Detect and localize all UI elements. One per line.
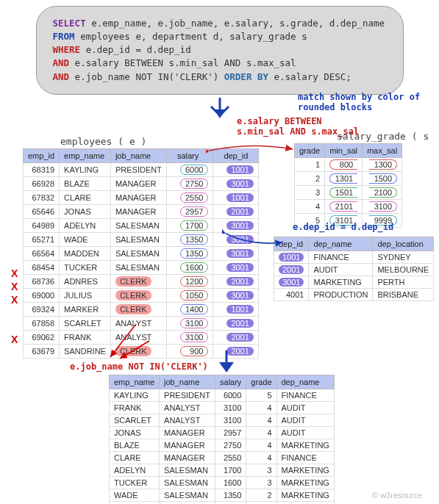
employees-title: employees ( e ) (60, 136, 146, 147)
notin-note: e.job_name NOT IN('CLERK') (70, 361, 208, 372)
table-row: CLAREMANAGER25504FINANCE (110, 452, 335, 464)
table-row: MADDENSALESMAN13502MARKETING (110, 502, 335, 505)
result-table-wrap: emp_namejob_namesalarygradedep_name KAYL… (109, 375, 335, 504)
table-row: 2 1301 1500 (295, 172, 402, 186)
table-row: 2001AUDITMELBOURNE (274, 264, 434, 276)
x-mark: X (11, 267, 18, 279)
table-row: FRANKANALYST31004AUDIT (110, 402, 335, 414)
x-mark: X (11, 334, 18, 345)
department-table-wrap: dep_iddep_namedep_location1001FINANCESYD… (274, 237, 434, 301)
sql-line-select: SELECT e.emp_name, e.job_name, e.salary,… (53, 17, 387, 30)
dep-join-note: e.dep_id = d.dep_id (293, 222, 393, 232)
flow-arrow-mid (204, 350, 249, 375)
table-row: 69324 MARKER CLERK 1400 1001 (24, 303, 259, 317)
table-row: WADESALESMAN13502MARKETING (110, 489, 335, 502)
table-row: KAYLINGPRESIDENT60005FINANCE (110, 389, 335, 402)
salary-grade-table: grademin_salmax_sal 1 800 1300 2 1301 15… (294, 143, 402, 228)
watermark: © w3resource (372, 491, 422, 500)
table-row: 1001FINANCESYDNEY (274, 251, 434, 264)
sql-line-from: FROM employees e, department d, salary_g… (53, 30, 387, 43)
table-row: 64989 ADELYN SALESMAN 1700 3001 (24, 219, 259, 233)
sql-line-and2: AND e.job_name NOT IN('CLERK') ORDER BY … (53, 71, 387, 84)
table-row: 1 800 1300 (295, 158, 402, 172)
sql-line-where: WHERE e.dep_id = d.dep_id (53, 43, 387, 57)
table-row: SCARLETANALYST31004AUDIT (110, 414, 335, 427)
table-row: 66564 MADDEN SALESMAN 1350 3001 (24, 247, 259, 261)
table-row: 3001MARKETINGPERTH (274, 276, 434, 289)
table-row: BLAZEMANAGER27504MARKETING (110, 439, 335, 452)
employees-table-wrap: X X X X emp_idemp_namejob_namesalarydep_… (11, 148, 259, 359)
match-color-note: match shown by color ofrounded blocks (298, 92, 420, 112)
table-row: 3 1501 2100 (295, 186, 402, 200)
table-row: ADELYNSALESMAN17003MARKETING (110, 464, 335, 477)
table-row: JONASMANAGER29574AUDIT (110, 427, 335, 439)
table-row: 4 2101 3100 (295, 200, 402, 214)
sql-line-and1: AND e.salary BETWEEN s.min_sal AND s.max… (53, 57, 387, 70)
svg-marker-0 (214, 109, 226, 118)
table-row: 65646 JONAS MANAGER 2957 2001 (24, 205, 259, 219)
table-row: 68454 TUCKER SALESMAN 1600 3001 (24, 261, 259, 275)
svg-marker-1 (219, 362, 234, 372)
table-row: 67832 CLARE MANAGER 2550 1001 (24, 191, 259, 205)
sql-query-box: SELECT e.emp_name, e.job_name, e.salary,… (36, 6, 404, 95)
salary-grade-table-wrap: grademin_salmax_sal 1 800 1300 2 1301 15… (294, 143, 402, 228)
table-row: 4001PRODUCTIONBRISBANE (274, 289, 434, 301)
table-row: 69000 JULIUS CLERK 1050 3001 (24, 289, 259, 303)
x-mark: X (11, 281, 18, 292)
table-row: 65271 WADE SALESMAN 1350 3001 (24, 233, 259, 247)
employees-table: emp_idemp_namejob_namesalarydep_id 68319… (23, 148, 259, 359)
x-mark: X (11, 294, 18, 306)
table-row: 66928 BLAZE MANAGER 2750 3001 (24, 177, 259, 191)
department-table: dep_iddep_namedep_location1001FINANCESYD… (274, 237, 434, 301)
result-table: emp_namejob_namesalarygradedep_name KAYL… (109, 375, 335, 504)
table-row: TUCKERSALESMAN16003MARKETING (110, 477, 335, 489)
table-row: 68736 ADNRES CLERK 1200 2001 (24, 275, 259, 289)
table-row: 69062 FRANK ANALYST 3100 2001 (24, 331, 259, 345)
table-row: 67858 SCARLET ANALYST 3100 2001 (24, 317, 259, 331)
table-row: 68319 KAYLING PRESIDENT 6000 1001 (24, 163, 259, 177)
